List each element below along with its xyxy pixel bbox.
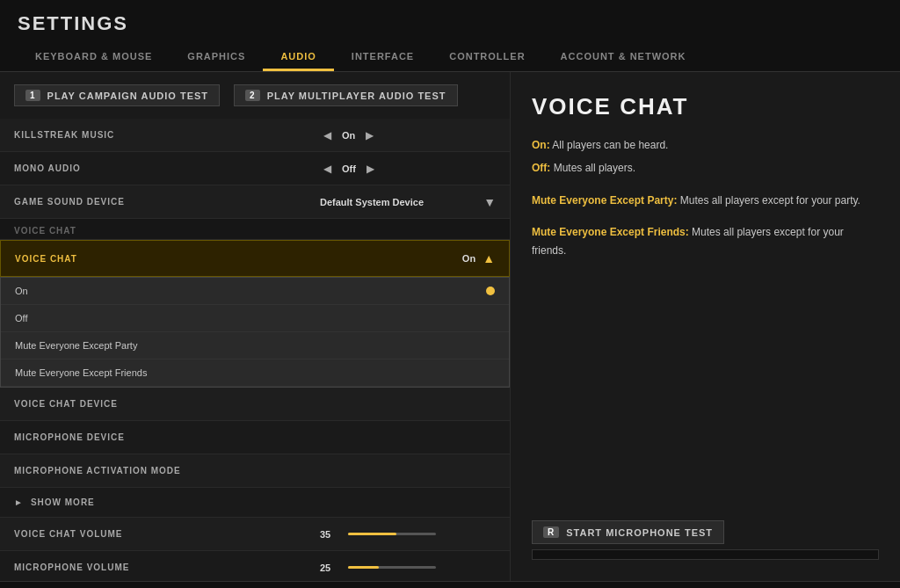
on-desc-text: All players can be heard. <box>552 139 668 151</box>
microphone-volume-fill <box>348 566 379 569</box>
settings-list: KILLSTREAK MUSIC ◀ On ▶ MONO AUDIO ◀ Off… <box>0 119 510 581</box>
tab-interface[interactable]: INTERFACE <box>334 44 432 71</box>
mic-level-bar <box>532 549 879 560</box>
game-sound-dropdown-arrow[interactable]: ▼ <box>483 195 496 209</box>
show-more-triangle: ► <box>14 497 24 507</box>
mic-test-section: R START MICROPHONE TEST <box>532 520 879 560</box>
game-sound-value-text: Default System Device <box>320 197 424 207</box>
voice-chat-volume-fill <box>348 533 396 535</box>
footer: NAT TYPE: MODERATE ◄ BACK RESET TAB ACCE… <box>0 581 900 588</box>
voice-chat-dropdown-menu: On Off Mute Everyone Except Party Mute E… <box>0 277 510 388</box>
killstreak-music-row: KILLSTREAK MUSIC ◀ On ▶ <box>0 119 510 152</box>
killstreak-left-arrow[interactable]: ◀ <box>320 127 335 143</box>
microphone-device-label: MICROPHONE DEVICE <box>14 432 496 442</box>
voice-chat-open-row[interactable]: VOICE CHAT On ▲ <box>0 240 510 277</box>
dropdown-item-off[interactable]: Off <box>1 305 509 332</box>
on-label: On: <box>532 139 550 151</box>
voice-chat-party-desc: Mute Everyone Except Party: Mutes all pl… <box>532 192 879 209</box>
nav-tabs: KEYBOARD & MOUSE GRAPHICS AUDIO INTERFAC… <box>18 44 882 71</box>
voice-chat-volume-value: 35 <box>320 529 496 540</box>
campaign-test-label: PLAY CAMPAIGN AUDIO TEST <box>47 91 209 101</box>
off-label: Off: <box>532 162 550 174</box>
microphone-activation-label: MICROPHONE ACTIVATION MODE <box>14 466 496 475</box>
microphone-activation-mode-row: MICROPHONE ACTIVATION MODE <box>0 454 510 488</box>
voice-chat-device-label: VOICE CHAT DEVICE <box>14 399 496 409</box>
voice-chat-volume-slider[interactable] <box>348 533 436 535</box>
voice-chat-on-desc: On: All players can be heard. <box>532 136 879 154</box>
tab-keyboard[interactable]: KEYBOARD & MOUSE <box>18 44 170 71</box>
voice-chat-info-title: VOICE CHAT <box>532 93 879 120</box>
mic-test-label: START MICROPHONE TEST <box>566 527 713 538</box>
voice-chat-device-row: VOICE CHAT DEVICE <box>0 388 510 421</box>
voice-chat-section-label: VOICE CHAT <box>14 226 76 236</box>
killstreak-right-arrow[interactable]: ▶ <box>362 127 377 143</box>
right-panel: VOICE CHAT On: All players can be heard.… <box>510 72 900 581</box>
page-title: SETTINGS <box>18 12 882 35</box>
audio-test-bar: 1 PLAY CAMPAIGN AUDIO TEST 2 PLAY MULTIP… <box>0 72 510 119</box>
voice-chat-volume-row: VOICE CHAT VOLUME 35 <box>0 518 510 551</box>
main-content: 1 PLAY CAMPAIGN AUDIO TEST 2 PLAY MULTIP… <box>0 72 900 581</box>
voice-chat-volume-number: 35 <box>320 529 341 540</box>
game-sound-device-row: GAME SOUND DEVICE Default System Device … <box>0 185 510 219</box>
party-label: Mute Everyone Except Party: <box>532 194 677 207</box>
microphone-volume-number: 25 <box>320 563 341 573</box>
mono-audio-row: MONO AUDIO ◀ Off ▶ <box>0 152 510 185</box>
killstreak-music-label: KILLSTREAK MUSIC <box>14 130 320 140</box>
game-sound-device-label: GAME SOUND DEVICE <box>14 197 320 207</box>
game-sound-device-value: Default System Device ▼ <box>320 195 496 209</box>
tab-account[interactable]: ACCOUNT & NETWORK <box>543 44 704 71</box>
dropdown-item-mute-friends[interactable]: Mute Everyone Except Friends <box>1 359 509 387</box>
voice-chat-section-header: VOICE CHAT <box>0 219 510 240</box>
killstreak-music-value: ◀ On ▶ <box>320 127 496 143</box>
left-panel: 1 PLAY CAMPAIGN AUDIO TEST 2 PLAY MULTIP… <box>0 72 510 581</box>
off-desc-text: Mutes all players. <box>554 162 635 174</box>
voice-chat-up-arrow[interactable]: ▲ <box>483 251 495 265</box>
show-more-row[interactable]: ► SHOW MORE <box>0 488 510 518</box>
campaign-audio-test-btn[interactable]: 1 PLAY CAMPAIGN AUDIO TEST <box>14 84 220 106</box>
header: SETTINGS KEYBOARD & MOUSE GRAPHICS AUDIO… <box>0 0 900 72</box>
mono-value-text: Off <box>342 163 356 174</box>
multiplayer-test-label: PLAY MULTIPLAYER AUDIO TEST <box>267 91 446 101</box>
dropdown-mute-friends-label: Mute Everyone Except Friends <box>15 367 147 378</box>
microphone-volume-label: MICROPHONE VOLUME <box>14 563 320 572</box>
multiplayer-test-num: 2 <box>245 90 260 101</box>
tab-graphics[interactable]: GRAPHICS <box>170 44 263 71</box>
voice-chat-off-desc: Off: Mutes all players. <box>532 159 879 177</box>
tab-audio[interactable]: AUDIO <box>263 44 333 71</box>
friends-label: Mute Everyone Except Friends: <box>532 226 689 238</box>
tab-controller[interactable]: CONTROLLER <box>432 44 542 71</box>
mono-left-arrow[interactable]: ◀ <box>320 161 335 177</box>
party-desc-text: Mutes all players except for your party. <box>680 194 860 207</box>
mono-audio-value: ◀ Off ▶ <box>320 161 496 177</box>
mono-audio-label: MONO AUDIO <box>14 163 320 173</box>
dropdown-on-label: On <box>15 286 28 296</box>
multiplayer-audio-test-btn[interactable]: 2 PLAY MULTIPLAYER AUDIO TEST <box>234 84 457 106</box>
mic-test-key: R <box>543 526 559 538</box>
dropdown-item-mute-party[interactable]: Mute Everyone Except Party <box>1 332 509 359</box>
show-more-label: SHOW MORE <box>31 497 95 507</box>
mono-right-arrow[interactable]: ▶ <box>363 161 378 177</box>
voice-chat-row-label: VOICE CHAT <box>15 254 462 264</box>
dropdown-on-selected-dot <box>486 287 495 295</box>
voice-chat-friends-desc: Mute Everyone Except Friends: Mutes all … <box>532 223 879 259</box>
start-microphone-test-btn[interactable]: R START MICROPHONE TEST <box>532 520 724 544</box>
killstreak-value-text: On <box>342 130 355 141</box>
microphone-device-row: MICROPHONE DEVICE <box>0 421 510 454</box>
dropdown-mute-party-label: Mute Everyone Except Party <box>15 340 137 351</box>
microphone-volume-value: 25 <box>320 563 496 573</box>
microphone-volume-row: MICROPHONE VOLUME 25 <box>0 551 510 581</box>
voice-chat-value-text: On <box>462 253 475 264</box>
dropdown-off-label: Off <box>15 313 27 323</box>
voice-chat-volume-label: VOICE CHAT VOLUME <box>14 529 320 539</box>
dropdown-item-on[interactable]: On <box>1 278 509 305</box>
campaign-test-num: 1 <box>25 90 40 101</box>
microphone-volume-slider[interactable] <box>348 566 436 569</box>
